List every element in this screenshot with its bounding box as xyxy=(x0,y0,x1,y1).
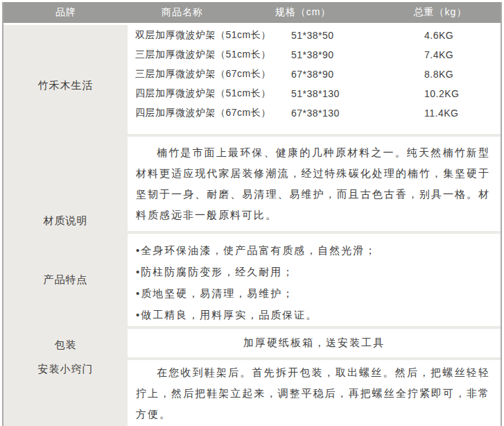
feature-bullet: •质地坚硬，易清理，易维护； xyxy=(136,282,501,304)
product-spec: 67*38*90 xyxy=(291,69,424,80)
product-name: 三层加厚微波炉架（67cm长） xyxy=(128,68,291,80)
feature-bullet: •全身环保油漆，使产品富有质感，自然光滑； xyxy=(136,239,501,261)
column-header-weight: 总重（kg） xyxy=(414,6,467,19)
product-name: 三层加厚微波炉架（51cm长） xyxy=(128,49,291,61)
table-row: 四层加厚微波炉架（51cm长） 51*38*130 10.2KG xyxy=(128,84,501,103)
product-name: 四层加厚微波炉架（51cm长） xyxy=(128,87,291,100)
install-tips-text: 在您收到鞋架后。首先拆开包装，取出螺丝。然后，把螺丝轻轻拧上，然后把鞋架立起来，… xyxy=(128,360,501,426)
column-header-name: 商品名称 xyxy=(162,6,203,19)
product-name: 双层加厚微波炉架（51cm长） xyxy=(128,29,291,42)
product-name: 四层加厚微波炉架（67cm长） xyxy=(128,107,291,119)
product-weight: 8.8KG xyxy=(424,69,501,80)
product-weight: 11.4KG xyxy=(424,108,501,119)
table-content-column: 双层加厚微波炉架（51cm长） 51*38*50 4.6KG 三层加厚微波炉架（… xyxy=(128,25,501,426)
packaging-text: 加厚硬纸板箱，送安装工具 xyxy=(128,329,501,357)
product-features-section: •全身环保油漆，使产品富有质感，自然光滑； •防柱防腐防变形，经久耐用； •质地… xyxy=(128,234,501,326)
install-section-label: 安装小窍门 xyxy=(3,361,128,377)
column-header-spec: 规格（cm） xyxy=(275,6,331,19)
table-header-row: 品牌 商品名称 规格（cm） 总重（kg） xyxy=(3,2,501,23)
feature-bullet: •防柱防腐防变形，经久耐用； xyxy=(136,261,501,282)
table-row: 四层加厚微波炉架（67cm长） 67*38*130 11.4KG xyxy=(128,103,501,123)
packaging-section-label: 包装 xyxy=(3,337,128,352)
product-spec-page: 品牌 商品名称 规格（cm） 总重（kg） 竹禾木生活 材质说明 产品特点 包装… xyxy=(0,0,504,426)
material-section-label: 材质说明 xyxy=(3,213,128,228)
product-spec: 67*38*130 xyxy=(291,108,424,119)
table-row: 三层加厚微波炉架（67cm长） 67*38*90 8.8KG xyxy=(128,65,501,84)
product-spec: 51*38*90 xyxy=(291,49,424,60)
product-list-section: 双层加厚微波炉架（51cm长） 51*38*50 4.6KG 三层加厚微波炉架（… xyxy=(128,25,501,134)
spec-table: 品牌 商品名称 规格（cm） 总重（kg） 竹禾木生活 材质说明 产品特点 包装… xyxy=(2,2,502,426)
row-label-column: 竹禾木生活 材质说明 产品特点 包装 安装小窍门 xyxy=(3,25,128,426)
product-weight: 7.4KG xyxy=(424,49,501,60)
product-spec: 51*38*130 xyxy=(291,88,424,99)
table-row: 双层加厚微波炉架（51cm长） 51*38*50 4.6KG xyxy=(128,26,501,45)
table-row: 三层加厚微波炉架（51cm长） 51*38*90 7.4KG xyxy=(128,45,501,65)
product-weight: 10.2KG xyxy=(424,88,501,99)
features-section-label: 产品特点 xyxy=(3,272,128,287)
product-spec: 51*38*50 xyxy=(291,30,424,41)
material-description-text: 楠竹是市面上最环保、健康的几种原材料之一。纯天然楠竹新型材料更适应现代家居装修潮… xyxy=(128,137,501,231)
column-header-brand: 品牌 xyxy=(55,6,76,19)
brand-name-label: 竹禾木生活 xyxy=(3,78,128,93)
product-weight: 4.6KG xyxy=(424,30,501,41)
feature-bullet: •做工精良，用料厚实，品质保证。 xyxy=(136,304,501,325)
table-body: 竹禾木生活 材质说明 产品特点 包装 安装小窍门 双层加厚微波炉架（51cm长）… xyxy=(3,25,501,426)
